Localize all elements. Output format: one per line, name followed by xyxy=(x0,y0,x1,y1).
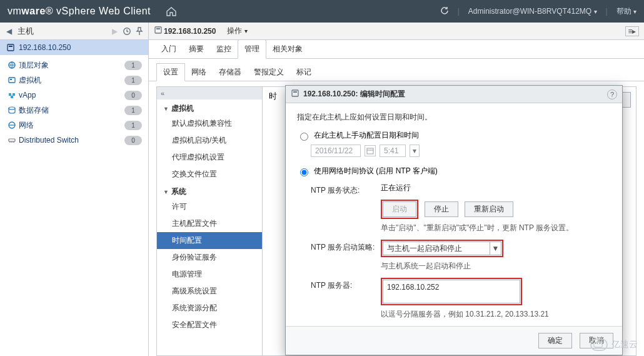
nav-power[interactable]: 电源管理 xyxy=(157,266,262,283)
calendar-icon[interactable] xyxy=(365,145,376,156)
user-label: Administrator@WIN-B8RVQT412MQ xyxy=(468,7,591,16)
panel-toggle-icon[interactable]: ≡▸ xyxy=(625,26,639,36)
ntp-servers-input[interactable]: 192.168.10.252 xyxy=(383,280,520,303)
ntp-policy-label: NTP 服务启动策略: xyxy=(311,240,381,253)
subtab-settings[interactable]: 设置 xyxy=(156,63,185,81)
dialog-footer: 确定 取消 xyxy=(286,326,622,355)
separator: | xyxy=(458,7,460,16)
nav-vm-compat[interactable]: 默认虚拟机兼容性 xyxy=(157,115,262,132)
nav-host-profile[interactable]: 主机配置文件 xyxy=(157,215,262,232)
svg-rect-7 xyxy=(10,79,12,80)
subtab-tag[interactable]: 标记 xyxy=(290,64,318,81)
svg-rect-1 xyxy=(155,27,161,33)
tab-related[interactable]: 相关对象 xyxy=(266,40,309,58)
svg-rect-8 xyxy=(9,93,11,96)
tree-label: Distributed Switch xyxy=(19,136,79,145)
nav-advanced[interactable]: 高级系统设置 xyxy=(157,283,262,300)
dialog-body: 指定在此主机上应如何设置日期和时间。 在此主机上手动配置日期和时间 2016/1… xyxy=(286,103,622,326)
home-icon[interactable] xyxy=(166,6,177,16)
actions-menu[interactable]: 操作 ▾ xyxy=(227,26,247,36)
ntp-policy-hint: 与主机系统一起启动和停止 xyxy=(381,261,611,272)
tree-item-top[interactable]: 顶层对象 1 xyxy=(0,58,148,73)
primary-tabs: 入门 摘要 监控 管理 相关对象 xyxy=(149,40,644,59)
help-menu[interactable]: 帮助 ▾ xyxy=(616,6,636,17)
nav-group-vm[interactable]: 虚拟机 xyxy=(157,99,262,115)
secondary-tabs: 设置 网络 存储器 警报定义 标记 xyxy=(149,63,644,81)
ntp-start-button[interactable]: 启动 xyxy=(383,201,416,217)
dialog-titlebar[interactable]: 192.168.10.250: 编辑时间配置 ? xyxy=(286,86,622,103)
dialog-title: 192.168.10.250: 编辑时间配置 xyxy=(303,89,405,99)
tree-item-network[interactable]: 网络 1 xyxy=(0,118,148,133)
date-field[interactable]: 2016/11/22 xyxy=(311,145,361,157)
tree-label: 虚拟机 xyxy=(19,75,41,86)
settings-nav: « 虚拟机 默认虚拟机兼容性 虚拟机启动/关机 代理虚拟机设置 交换文件位置 系… xyxy=(156,86,263,356)
pin-icon[interactable] xyxy=(134,26,144,36)
svg-rect-13 xyxy=(9,139,15,141)
history-icon[interactable] xyxy=(122,26,132,36)
chevron-down-icon[interactable]: ▼ xyxy=(490,242,501,255)
nav-license[interactable]: 许可 xyxy=(157,198,262,215)
brand: vmware® vSphere Web Client xyxy=(8,6,151,17)
tree-label: 网络 xyxy=(19,120,34,131)
tree-label: vApp xyxy=(19,91,36,99)
subtab-network[interactable]: 网络 xyxy=(185,64,213,81)
host-header: 192.168.10.250 操作 ▾ ≡▸ xyxy=(149,23,644,39)
breadcrumb-label[interactable]: 主机 xyxy=(18,26,107,37)
collapse-toggle[interactable]: « xyxy=(157,87,262,99)
count-badge: 1 xyxy=(124,106,142,115)
nav-back-icon[interactable]: ◀ xyxy=(4,26,14,36)
manual-datetime-row: 2016/11/22 5:41 ▾ xyxy=(311,145,611,157)
time-field[interactable]: 5:41 xyxy=(380,145,406,157)
host-label: 192.168.10.250 xyxy=(164,27,216,36)
subtab-alarm[interactable]: 警报定义 xyxy=(248,64,290,81)
nav-vm-startstop[interactable]: 虚拟机启动/关机 xyxy=(157,132,262,149)
time-stepper-icon[interactable]: ▾ xyxy=(410,145,420,157)
subtab-storage[interactable]: 存储器 xyxy=(213,64,248,81)
inventory-panel: 192.168.10.250 顶层对象 1 虚拟机 1 vApp 0 数据存储 … xyxy=(0,40,149,356)
radio-manual[interactable]: 在此主机上手动配置日期和时间 xyxy=(297,130,611,141)
nav-auth[interactable]: 身份验证服务 xyxy=(157,249,262,266)
ntp-policy-select[interactable]: 与主机一起启动和停止 ▼ xyxy=(383,242,501,255)
chevron-down-icon: ▾ xyxy=(244,28,248,34)
user-menu[interactable]: Administrator@WIN-B8RVQT412MQ ▾ xyxy=(468,7,597,16)
nav-group-system[interactable]: 系统 xyxy=(157,183,262,198)
nav-time-config[interactable]: 时间配置 xyxy=(157,232,262,249)
ntp-status-value: 正在运行 xyxy=(381,183,611,193)
radio-manual-input[interactable] xyxy=(300,133,308,141)
nav-resource[interactable]: 系统资源分配 xyxy=(157,300,262,317)
inventory-host-row[interactable]: 192.168.10.250 xyxy=(0,40,148,55)
tree-item-datastore[interactable]: 数据存储 1 xyxy=(0,103,148,118)
help-icon[interactable]: ? xyxy=(607,89,617,99)
nav-forward-icon[interactable]: ▶ xyxy=(109,26,119,36)
svg-rect-4 xyxy=(9,46,13,47)
radio-ntp-input[interactable] xyxy=(300,168,308,176)
main-panel: 入门 摘要 监控 管理 相关对象 设置 网络 存储器 警报定义 标记 « 虚拟机… xyxy=(149,40,644,356)
actions-label: 操作 xyxy=(227,26,242,35)
nav-vm-swap[interactable]: 交换文件位置 xyxy=(157,166,262,183)
tab-getting-started[interactable]: 入门 xyxy=(155,40,183,58)
time-config-dialog: 192.168.10.250: 编辑时间配置 ? 指定在此主机上应如何设置日期和… xyxy=(285,85,623,355)
host-icon xyxy=(291,89,299,99)
tab-summary[interactable]: 摘要 xyxy=(183,40,210,58)
vapp-icon xyxy=(8,91,16,99)
top-bar: vmware® vSphere Web Client | Administrat… xyxy=(0,0,644,23)
svg-rect-2 xyxy=(156,28,160,29)
tree-item-vm[interactable]: 虚拟机 1 xyxy=(0,73,148,88)
ntp-stop-button[interactable]: 停止 xyxy=(425,201,458,217)
tree-item-vapp[interactable]: vApp 0 xyxy=(0,88,148,103)
refresh-icon[interactable] xyxy=(440,6,449,17)
tab-monitor[interactable]: 监控 xyxy=(210,40,238,58)
host-icon xyxy=(154,26,163,36)
switch-icon xyxy=(8,136,16,145)
ntp-controls: 启动 停止 重新启动 xyxy=(381,200,611,219)
nav-vm-agent[interactable]: 代理虚拟机设置 xyxy=(157,149,262,166)
radio-ntp[interactable]: 使用网络时间协议 (启用 NTP 客户端) xyxy=(297,166,611,176)
breadcrumb-bar: ◀ 主机 ▶ 192.168.10.250 操作 ▾ ≡▸ xyxy=(0,23,644,40)
radio-ntp-label: 使用网络时间协议 (启用 NTP 客户端) xyxy=(314,166,438,176)
nav-security[interactable]: 安全配置文件 xyxy=(157,317,262,333)
highlight: 与主机一起启动和停止 ▼ xyxy=(381,240,503,257)
ok-button[interactable]: 确定 xyxy=(538,333,572,348)
ntp-restart-button[interactable]: 重新启动 xyxy=(465,201,513,217)
tree-item-dswitch[interactable]: Distributed Switch 0 xyxy=(0,133,148,148)
tab-manage[interactable]: 管理 xyxy=(238,39,266,59)
